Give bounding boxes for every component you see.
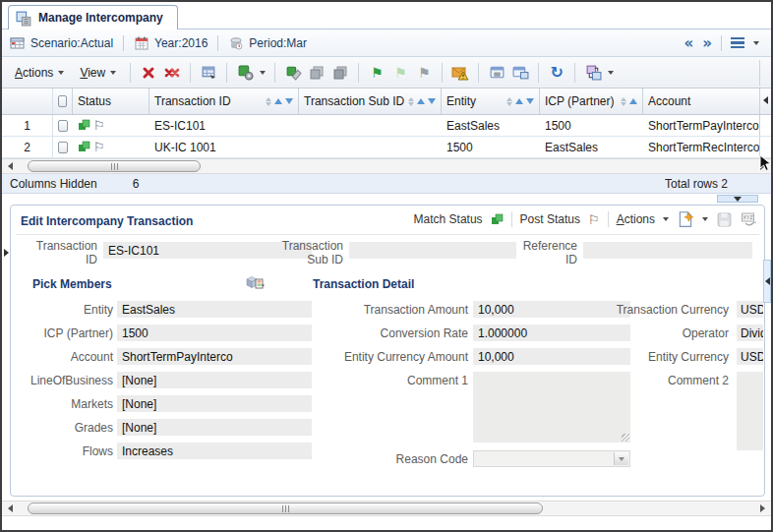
gray-flag-icon[interactable]: ⚑ <box>415 64 433 82</box>
sort-unsorted-icon[interactable] <box>621 97 626 106</box>
post-flag-icon[interactable]: ⚑ <box>368 64 386 82</box>
member-selector-icon[interactable] <box>245 273 267 291</box>
sort-unsorted-icon[interactable] <box>266 97 271 106</box>
sort-ascending-icon[interactable] <box>274 98 282 104</box>
comment2-textarea[interactable] <box>737 372 763 450</box>
flows-field[interactable]: Increases <box>117 443 312 459</box>
grid-header-transaction-id-label: Transaction ID <box>154 94 231 108</box>
edit-table-icon[interactable] <box>200 64 217 82</box>
row-checkbox[interactable] <box>58 120 68 132</box>
row-checkbox[interactable] <box>58 142 68 153</box>
entity-field[interactable]: EastSales <box>117 301 312 318</box>
alert-email-icon[interactable] <box>451 64 469 82</box>
save-icon[interactable] <box>716 211 733 228</box>
menu-icon[interactable] <box>731 37 744 49</box>
scroll-right-arrow[interactable] <box>755 502 770 515</box>
copy-squares-icon[interactable] <box>308 64 326 82</box>
tab-manage-intercompany[interactable]: Manage Intercompany <box>8 5 178 30</box>
scrollbar-thumb[interactable] <box>28 160 201 172</box>
pov-period[interactable]: Period:Mar <box>228 35 307 51</box>
grid-horizontal-scrollbar[interactable] <box>2 158 771 174</box>
table-row[interactable]: 2 ⚐ UK-IC 1001 1500 EastSales ShortTermR… <box>2 137 771 158</box>
edit-toolbar-separator <box>608 211 609 227</box>
edit-actions-caret-icon[interactable] <box>663 217 669 221</box>
sort-descending-icon[interactable] <box>428 98 436 104</box>
scroll-left-arrow[interactable] <box>3 159 18 173</box>
sort-ascending-icon[interactable] <box>417 98 425 104</box>
row-select-cell <box>53 115 73 136</box>
scroll-left-arrow[interactable] <box>3 502 18 515</box>
sort-unsorted-icon[interactable] <box>408 97 414 106</box>
entity-currency-amount-label: Entity Currency Amount <box>321 350 468 364</box>
right-splitter-handle[interactable] <box>763 260 771 303</box>
unmatch-icon[interactable] <box>284 64 302 82</box>
menu-caret-icon[interactable] <box>753 41 759 45</box>
grades-field[interactable]: [None] <box>117 419 312 436</box>
post-status-flag-icon: ⚐ <box>93 118 105 133</box>
row-number: 1 <box>2 115 53 136</box>
view-menu-button[interactable]: View <box>75 63 121 83</box>
grid-header-transaction-sub-id[interactable]: Transaction Sub ID <box>299 89 442 114</box>
transfer-icon[interactable] <box>584 64 602 82</box>
left-splitter-handle[interactable] <box>2 244 10 262</box>
open-window-icon[interactable] <box>511 64 529 82</box>
delete-icon[interactable] <box>140 64 157 82</box>
row-strip <box>759 115 771 136</box>
grid-header-transaction-id[interactable]: Transaction ID <box>149 89 299 114</box>
unpost-flag-icon[interactable]: ⚑ <box>391 64 409 82</box>
auto-match-icon[interactable] <box>236 64 254 82</box>
prev-pov-icon[interactable]: « <box>684 37 694 49</box>
sort-descending-icon[interactable] <box>526 98 534 104</box>
actions-menu-button[interactable]: Actions <box>10 63 69 83</box>
grid-header-select-all[interactable] <box>53 89 73 114</box>
table-row[interactable]: 1 ⚐ ES-IC101 EastSales 1500 ShortTermPay… <box>2 115 771 137</box>
columns-hidden-label: Columns Hidden <box>10 177 97 191</box>
column-scroll-indicator-icon[interactable] <box>763 96 768 104</box>
markets-field[interactable]: [None] <box>117 395 312 412</box>
reason-code-select[interactable] <box>473 450 630 467</box>
line-of-business-field[interactable]: [None] <box>117 372 312 388</box>
refresh-icon[interactable]: ↻ <box>548 64 565 82</box>
icp-partner-field[interactable]: 1500 <box>117 325 312 341</box>
sort-descending-icon[interactable] <box>285 98 293 104</box>
reference-id-field[interactable] <box>583 242 752 259</box>
transfer-caret-icon[interactable] <box>608 71 614 75</box>
tab-title: Manage Intercompany <box>38 11 163 25</box>
delete-all-icon[interactable] <box>163 64 181 82</box>
entity-currency-field[interactable]: USD <box>737 348 763 365</box>
page-horizontal-scrollbar[interactable] <box>2 501 771 516</box>
new-transaction-icon[interactable] <box>677 210 694 228</box>
next-pov-icon[interactable]: » <box>702 37 712 49</box>
sort-ascending-icon[interactable] <box>629 98 637 104</box>
account-label: Account <box>15 350 113 364</box>
scrollbar-thumb[interactable] <box>28 502 543 514</box>
dropdown-button[interactable] <box>614 452 628 465</box>
markets-label: Markets <box>15 397 113 411</box>
translate-xyz-icon[interactable]: XYZ <box>741 211 758 227</box>
grid-header-status[interactable]: Status <box>73 89 149 114</box>
new-transaction-caret-icon[interactable] <box>702 217 708 221</box>
grid-header-icp-partner[interactable]: ICP (Partner) <box>540 89 643 114</box>
operator-label: Operator <box>589 326 729 340</box>
chevron-down-icon <box>619 457 624 461</box>
grid-header-entity[interactable]: Entity <box>442 89 540 114</box>
resize-grip-icon[interactable] <box>622 434 629 442</box>
report-window-icon[interactable] <box>488 64 505 82</box>
sort-unsorted-icon[interactable] <box>506 97 512 106</box>
select-all-checkbox[interactable] <box>58 95 67 107</box>
splitter-collapse-handle[interactable] <box>717 195 758 203</box>
pov-year[interactable]: Year:2016 <box>134 35 208 51</box>
account-field[interactable]: ShortTermPayInterco <box>117 348 312 365</box>
transaction-sub-id-field[interactable] <box>349 242 516 259</box>
sort-ascending-icon[interactable] <box>515 98 523 104</box>
pov-scenario[interactable]: Scenario:Actual <box>10 35 113 51</box>
pov-period-label: Period:Mar <box>249 36 307 50</box>
columns-hidden-value: 6 <box>133 177 140 191</box>
copy-squares-alt-icon[interactable] <box>331 64 349 82</box>
calendar-icon <box>134 35 149 51</box>
auto-match-caret-icon[interactable] <box>260 71 266 75</box>
grid-header-account[interactable]: Account <box>643 89 759 114</box>
edit-actions-menu-button[interactable]: Actions <box>617 212 655 226</box>
transaction-currency-field[interactable]: USD <box>737 301 763 318</box>
operator-field[interactable]: Divide <box>737 325 763 341</box>
